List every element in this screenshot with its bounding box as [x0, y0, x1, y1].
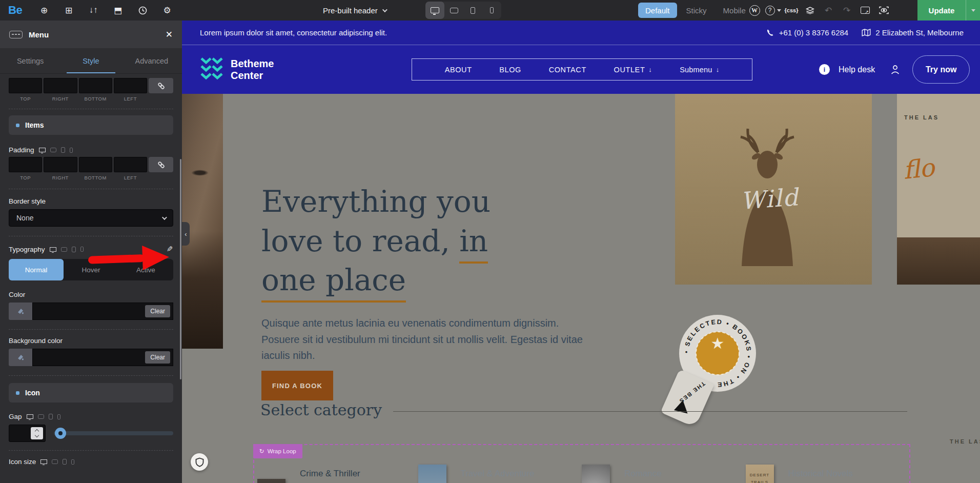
spacing-bottom-input[interactable]	[79, 78, 112, 93]
padding-top-input[interactable]	[9, 157, 42, 172]
shield-icon	[195, 457, 204, 467]
background-color-clear-button[interactable]: Clear	[145, 351, 170, 364]
category-cover[interactable]	[582, 465, 610, 483]
nav-item-blog[interactable]: BLOG	[499, 66, 521, 74]
topbar-address-link[interactable]: 2 Elizabeth St, Melbourne	[862, 28, 964, 37]
help-desk-link[interactable]: Help desk	[839, 65, 875, 74]
settings-gear-icon[interactable]: ⚙	[158, 3, 176, 18]
responsive-phone-icon[interactable]	[57, 414, 60, 419]
gap-number-input[interactable]	[9, 425, 46, 442]
tab-settings[interactable]: Settings	[0, 48, 60, 73]
layers-button[interactable]	[801, 3, 819, 18]
typography-edit-icon[interactable]: ✎	[167, 245, 173, 254]
responsive-tablet-icon[interactable]	[72, 247, 76, 252]
reorder-icon[interactable]: ↓↑	[85, 3, 102, 18]
wordpress-button[interactable]: W	[746, 3, 763, 18]
spacing-left-input[interactable]	[114, 78, 147, 93]
nav-item-contact[interactable]: CONTACT	[549, 66, 586, 74]
update-options-button[interactable]	[966, 0, 980, 21]
close-icon[interactable]: ✕	[166, 29, 173, 40]
category-cover[interactable]: DESERT TRAILS	[746, 465, 774, 483]
color-swatch-button[interactable]	[9, 303, 32, 320]
preview-button[interactable]	[875, 3, 892, 18]
state-tab-hover[interactable]: Hover	[64, 259, 118, 280]
padding-right-input[interactable]	[44, 157, 77, 172]
panel-scrollbar[interactable]	[180, 159, 181, 379]
responsive-phone-icon[interactable]	[70, 148, 73, 153]
gap-slider-handle[interactable]	[55, 428, 66, 439]
category-cover[interactable]: The Fifth	[257, 479, 285, 483]
category-label[interactable]: Crime & Thriller	[300, 469, 360, 483]
device-phone-button[interactable]	[482, 2, 501, 19]
section-icon[interactable]: Icon	[9, 383, 173, 402]
undo-icon[interactable]: ↶	[820, 3, 837, 18]
responsive-tablet-icon[interactable]	[49, 414, 53, 419]
responsive-phone-icon[interactable]	[71, 459, 74, 465]
find-a-book-button[interactable]: FIND A BOOK	[261, 371, 333, 400]
mode-default-button[interactable]: Default	[638, 3, 677, 18]
nav-item-submenu[interactable]: Submenu ↓	[680, 66, 719, 74]
try-now-button[interactable]: Try now	[912, 55, 970, 84]
category-label[interactable]: Travel & Adventure	[461, 469, 535, 483]
device-laptop-button[interactable]	[444, 2, 463, 19]
background-color-swatch-button[interactable]	[9, 349, 32, 366]
state-tab-normal[interactable]: Normal	[9, 259, 64, 280]
responsive-laptop-icon[interactable]	[38, 414, 44, 419]
category-label[interactable]: Historical Novels	[788, 469, 853, 483]
padding-bottom-input[interactable]	[79, 157, 112, 172]
tab-style[interactable]: Style	[60, 48, 121, 73]
section-items[interactable]: Items	[9, 115, 173, 135]
add-element-icon[interactable]: ⊕	[35, 3, 53, 18]
responsive-desktop-icon[interactable]	[50, 247, 56, 252]
panel-collapse-button[interactable]: ‹	[182, 222, 190, 246]
prebuilt-header-select[interactable]: Pre-built header	[323, 0, 386, 21]
spacing-right-input[interactable]	[44, 78, 77, 93]
responsive-desktop-icon[interactable]	[39, 148, 46, 152]
history-icon[interactable]	[134, 3, 151, 18]
responsive-desktop-icon[interactable]	[27, 414, 33, 419]
nav-item-outlet[interactable]: OUTLET ↓	[614, 66, 652, 74]
color-clear-button[interactable]: Clear	[145, 305, 170, 317]
responsive-laptop-icon[interactable]	[52, 459, 58, 464]
border-style-select[interactable]: None	[9, 209, 173, 227]
account-icon[interactable]	[890, 64, 901, 75]
betheme-builder-logo[interactable]: Be	[8, 4, 22, 17]
builder-shield-button[interactable]	[191, 453, 208, 471]
responsive-tablet-icon[interactable]	[63, 459, 67, 465]
responsive-desktop-icon[interactable]	[40, 459, 47, 464]
category-item[interactable]: DESERT TRAILS Historical Novels	[746, 445, 910, 483]
category-item[interactable]: Romance	[582, 445, 746, 483]
update-button[interactable]: Update	[917, 0, 980, 21]
category-label[interactable]: Romance	[624, 469, 662, 483]
background-color-label: Background color	[9, 337, 173, 345]
open-in-new-window-button[interactable]	[856, 3, 874, 18]
link-values-button[interactable]	[149, 78, 173, 93]
responsive-laptop-icon[interactable]	[61, 247, 67, 252]
state-tab-active[interactable]: Active	[118, 259, 173, 280]
topbar-phone-link[interactable]: +61 (0) 3 8376 6284	[766, 28, 849, 37]
template-icon[interactable]: ⬒	[109, 3, 127, 18]
category-cover[interactable]: PATH TO THE WORLD'S PEAK	[418, 465, 446, 483]
help-menu-button[interactable]: ?	[764, 3, 782, 18]
site-logo[interactable]: Betheme Center	[200, 56, 274, 83]
padding-left-input[interactable]	[114, 157, 147, 172]
responsive-tablet-icon[interactable]	[61, 147, 65, 153]
background-color-value-field[interactable]: Clear	[32, 349, 173, 366]
responsive-phone-icon[interactable]	[80, 247, 84, 252]
device-tablet-button[interactable]	[463, 2, 482, 19]
tab-advanced[interactable]: Advanced	[121, 48, 182, 73]
gap-stepper[interactable]	[31, 427, 43, 439]
color-value-field[interactable]: Clear	[32, 303, 173, 320]
redo-icon[interactable]: ↷	[838, 3, 855, 18]
gap-slider[interactable]	[54, 431, 173, 435]
mode-sticky-button[interactable]: Sticky	[679, 3, 714, 18]
device-desktop-button[interactable]	[425, 2, 444, 19]
wrap-loop-badge[interactable]: ↻ Wrap Loop	[253, 444, 302, 458]
nav-item-about[interactable]: ABOUT	[445, 66, 472, 74]
spacing-top-input[interactable]	[9, 78, 42, 93]
category-item[interactable]: PATH TO THE WORLD'S PEAK Travel & Advent…	[418, 445, 582, 483]
link-values-button[interactable]	[149, 157, 173, 172]
responsive-laptop-icon[interactable]	[50, 148, 56, 152]
add-section-icon[interactable]: ⊞	[60, 3, 77, 18]
custom-css-button[interactable]: {css}	[783, 3, 800, 18]
